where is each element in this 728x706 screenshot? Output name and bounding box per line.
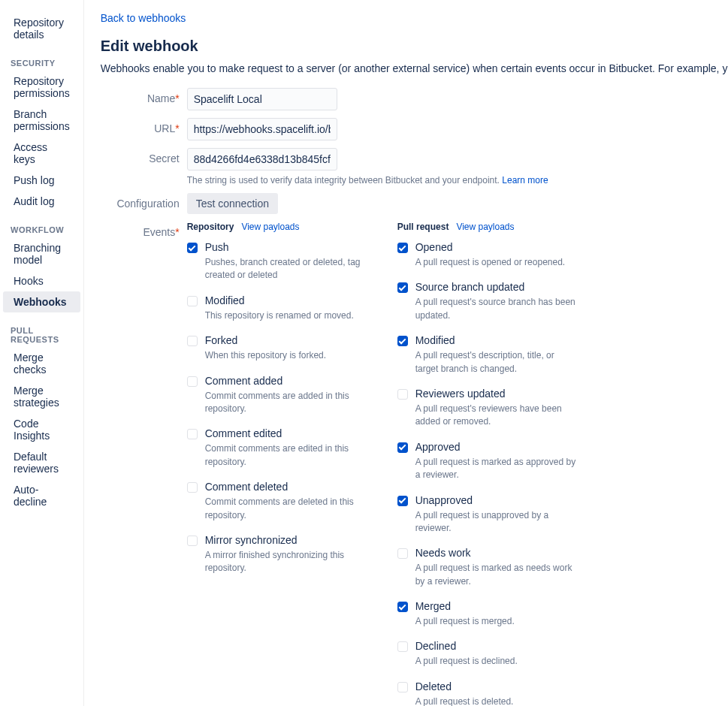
sidebar-item-auto-decline[interactable]: Auto-decline [3, 479, 80, 512]
repo-checkbox-comment-deleted[interactable] [187, 482, 198, 493]
repo-option-mirror-synchronized: Mirror synchronizedA mirror finished syn… [187, 534, 367, 575]
sidebar: Repository details SECURITY Repository p… [0, 0, 84, 706]
option-label: Forked [205, 334, 367, 346]
pr-option-modified: ModifiedA pull request's description, ti… [397, 334, 578, 376]
repo-checkbox-comment-edited[interactable] [187, 429, 198, 439]
sidebar-item-audit-log[interactable]: Audit log [3, 191, 80, 212]
events-pull-request-column: Pull request View payloads OpenedA pull … [397, 222, 578, 706]
option-desc: A pull request is marked as approved by … [415, 456, 578, 482]
sidebar-item-default-reviewers[interactable]: Default reviewers [3, 446, 80, 479]
repo-option-comment-deleted: Comment deletedCommit comments are delet… [187, 481, 367, 522]
option-desc: A pull request's description, title, or … [415, 349, 578, 376]
sidebar-item-hooks[interactable]: Hooks [3, 270, 80, 291]
pr-option-merged: MergedA pull request is merged. [397, 600, 578, 628]
repo-checkbox-push[interactable] [187, 243, 198, 253]
label-events: Events* [101, 222, 187, 238]
pr-checkbox-deleted[interactable] [397, 682, 408, 692]
pr-option-unapproved: UnapprovedA pull request is unapproved b… [397, 494, 578, 536]
pr-checkbox-source-branch-updated[interactable] [397, 282, 408, 293]
option-label: Comment added [205, 375, 367, 387]
sidebar-item-repo-permissions[interactable]: Repository permissions [3, 71, 80, 104]
option-desc: A pull request is declined. [415, 655, 578, 668]
option-label: Modified [415, 334, 578, 346]
pr-option-approved: ApprovedA pull request is marked as appr… [397, 441, 578, 482]
sidebar-heading-pull-requests: PULL REQUESTS [0, 312, 83, 347]
option-desc: A pull request is opened or reopened. [415, 256, 578, 269]
sidebar-item-code-insights[interactable]: Code Insights [3, 413, 80, 446]
repo-checkbox-mirror-synchronized[interactable] [187, 536, 198, 546]
pr-checkbox-opened[interactable] [397, 243, 408, 253]
repo-option-push: PushPushes, branch created or deleted, t… [187, 241, 367, 282]
pr-checkbox-merged[interactable] [397, 602, 408, 612]
pr-option-reviewers-updated: Reviewers updatedA pull request's review… [397, 388, 578, 429]
repository-col-title: Repository [187, 222, 234, 232]
url-input[interactable] [187, 118, 337, 140]
pull-request-col-title: Pull request [397, 222, 449, 232]
name-input[interactable] [187, 88, 337, 110]
secret-helper: The string is used to verify data integr… [187, 175, 548, 186]
sidebar-heading-workflow: WORKFLOW [0, 212, 83, 237]
option-desc: Pushes, branch created or deleted, tag c… [205, 256, 367, 282]
sidebar-item-merge-checks[interactable]: Merge checks [3, 347, 80, 380]
events-repository-column: Repository View payloads PushPushes, bra… [187, 222, 367, 706]
main-content: Back to webhooks Edit webhook Webhooks e… [84, 0, 728, 706]
option-desc: This repository is renamed or moved. [205, 309, 367, 322]
test-connection-button[interactable]: Test connection [187, 193, 278, 214]
option-label: Approved [415, 441, 578, 453]
option-label: Comment deleted [205, 481, 367, 493]
repo-checkbox-forked[interactable] [187, 336, 198, 346]
page-title: Edit webhook [101, 38, 728, 55]
repo-option-comment-added: Comment addedCommit comments are added i… [187, 375, 367, 416]
option-desc: When this repository is forked. [205, 349, 367, 362]
option-label: Declined [415, 640, 578, 652]
option-label: Reviewers updated [415, 388, 578, 400]
option-desc: A pull request's source branch has been … [415, 296, 578, 322]
pr-option-opened: OpenedA pull request is opened or reopen… [397, 241, 578, 269]
secret-input[interactable] [187, 148, 337, 170]
pr-checkbox-modified[interactable] [397, 336, 408, 346]
option-label: Push [205, 241, 367, 253]
pr-checkbox-needs-work[interactable] [397, 548, 408, 559]
option-desc: A pull request's reviewers have been add… [415, 403, 578, 429]
sidebar-item-access-keys[interactable]: Access keys [3, 137, 80, 170]
option-label: Modified [205, 294, 367, 306]
option-label: Mirror synchronized [205, 534, 367, 546]
option-label: Needs work [415, 547, 578, 559]
sidebar-item-push-log[interactable]: Push log [3, 170, 80, 191]
repository-view-payloads-link[interactable]: View payloads [241, 222, 299, 232]
pr-checkbox-unapproved[interactable] [397, 496, 408, 506]
pr-option-needs-work: Needs workA pull request is marked as ne… [397, 547, 578, 588]
sidebar-item-merge-strategies[interactable]: Merge strategies [3, 380, 80, 413]
pr-checkbox-approved[interactable] [397, 442, 408, 453]
sidebar-item-branch-permissions[interactable]: Branch permissions [3, 104, 80, 137]
back-link[interactable]: Back to webhooks [101, 12, 186, 24]
pr-option-deleted: DeletedA pull request is deleted. [397, 680, 578, 706]
pr-checkbox-declined[interactable] [397, 641, 408, 652]
option-desc: Commit comments are edited in this repos… [205, 442, 367, 469]
label-url: URL* [101, 118, 187, 134]
repo-checkbox-modified[interactable] [187, 296, 198, 306]
repo-option-forked: ForkedWhen this repository is forked. [187, 334, 367, 362]
pr-checkbox-reviewers-updated[interactable] [397, 389, 408, 400]
sidebar-item-branching-model[interactable]: Branching model [3, 237, 80, 270]
page-description: Webhooks enable you to make request to a… [101, 62, 728, 74]
option-label: Unapproved [415, 494, 578, 506]
option-label: Merged [415, 600, 578, 612]
repo-option-modified: ModifiedThis repository is renamed or mo… [187, 294, 367, 322]
option-label: Source branch updated [415, 281, 578, 293]
sidebar-heading-security: SECURITY [0, 45, 83, 71]
pull-request-view-payloads-link[interactable]: View payloads [456, 222, 514, 232]
option-desc: A pull request is marked as needs work b… [415, 562, 578, 588]
sidebar-item-webhooks[interactable]: Webhooks [3, 291, 80, 312]
sidebar-item-repo-details[interactable]: Repository details [3, 12, 80, 45]
pr-option-declined: DeclinedA pull request is declined. [397, 640, 578, 668]
option-desc: Commit comments are added in this reposi… [205, 390, 367, 416]
repo-checkbox-comment-added[interactable] [187, 376, 198, 387]
option-desc: A pull request is merged. [415, 615, 578, 628]
secret-learn-more-link[interactable]: Learn more [502, 175, 548, 186]
label-secret: Secret [101, 148, 187, 164]
option-label: Deleted [415, 680, 578, 692]
option-desc: A mirror finished synchronizing this rep… [205, 549, 367, 575]
label-configuration: Configuration [101, 193, 187, 210]
label-name: Name* [101, 88, 187, 104]
